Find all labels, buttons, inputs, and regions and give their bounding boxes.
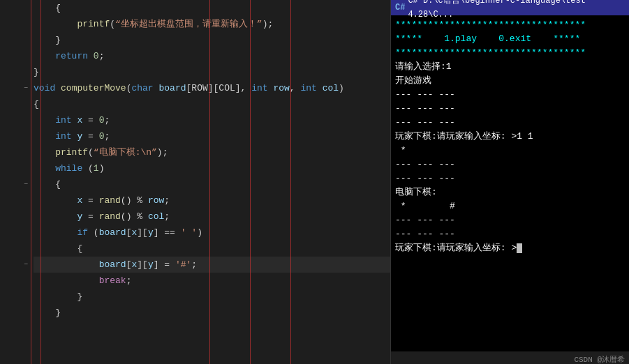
terminal-footer: CSDN @沐暦希 <box>391 351 629 364</box>
code-line: printf(“坐标超出棋盘范围，请重新输入！”); <box>34 16 390 32</box>
code-line: { <box>34 176 390 192</box>
code-line: x = rand() % row; <box>34 192 390 208</box>
terminal-panel: C# C# D:\c语言\beginner-c-language\test 4.… <box>391 0 629 364</box>
code-line: int x = 0; <box>34 112 390 128</box>
code-line: while (1) <box>34 160 390 176</box>
code-line: { <box>34 0 390 16</box>
gutter: − − − <box>21 0 31 364</box>
code-editor: − − − { printf(“坐标超出棋盘范围，请重新输入！”); } ret… <box>0 0 391 364</box>
terminal-titlebar: C# C# D:\c语言\beginner-c-language\test 4.… <box>391 0 629 15</box>
code-line: } <box>34 289 390 305</box>
code-line: { <box>34 96 390 112</box>
terminal-line: * <box>395 144 625 158</box>
line-numbers <box>0 0 21 364</box>
terminal-title-cs-icon: C# <box>395 1 405 15</box>
code-line: break; <box>34 273 390 289</box>
code-line: y = rand() % col; <box>34 208 390 225</box>
code-content: − − − { printf(“坐标超出棋盘范围，请重新输入！”); } ret… <box>0 0 390 364</box>
terminal-line: 玩家下棋:请玩家输入坐标: > <box>395 241 625 255</box>
fold-marker-3[interactable]: − <box>21 257 31 273</box>
code-lines: { printf(“坐标超出棋盘范围，请重新输入！”); } return 0;… <box>31 0 390 364</box>
terminal-line: *********************************** <box>395 46 625 60</box>
terminal-line: --- --- --- <box>395 227 625 241</box>
code-line: { <box>34 241 390 257</box>
terminal-line: 玩家下棋:请玩家输入坐标: >1 1 <box>395 130 625 144</box>
footer-text: CSDN @沐暦希 <box>574 356 625 364</box>
terminal-line: --- --- --- <box>395 116 625 130</box>
code-line: } <box>34 64 390 80</box>
code-line: } <box>34 305 390 321</box>
fold-marker-1[interactable]: − <box>21 80 31 96</box>
code-line-highlighted: board[x][y] = '#'; <box>34 257 390 273</box>
fold-marker-2[interactable]: − <box>21 176 31 192</box>
terminal-line: ***** 1.play 0.exit ***** <box>395 32 625 46</box>
terminal-line: --- --- --- <box>395 172 625 185</box>
terminal-body: *********************************** ****… <box>391 15 629 351</box>
terminal-line: *********************************** <box>395 18 625 32</box>
terminal-line: --- --- --- <box>395 102 625 116</box>
terminal-line: --- --- --- <box>395 88 625 102</box>
terminal-cursor <box>517 243 522 253</box>
code-line: return 0; <box>34 48 390 64</box>
code-line: int y = 0; <box>34 128 390 144</box>
terminal-line: 请输入选择:1 <box>395 60 625 74</box>
terminal-line: 开始游戏 <box>395 74 625 88</box>
code-line: } <box>34 32 390 48</box>
terminal-line: 电脑下棋: <box>395 185 625 199</box>
terminal-line: * # <box>395 199 625 213</box>
terminal-line: --- --- --- <box>395 213 625 227</box>
code-line: void computerMove(char board[ROW][COL], … <box>34 80 390 96</box>
code-line: printf(“电脑下棋:\n”); <box>34 144 390 160</box>
terminal-line: --- --- --- <box>395 158 625 172</box>
code-line: if (board[x][y] == ' ') <box>34 225 390 241</box>
